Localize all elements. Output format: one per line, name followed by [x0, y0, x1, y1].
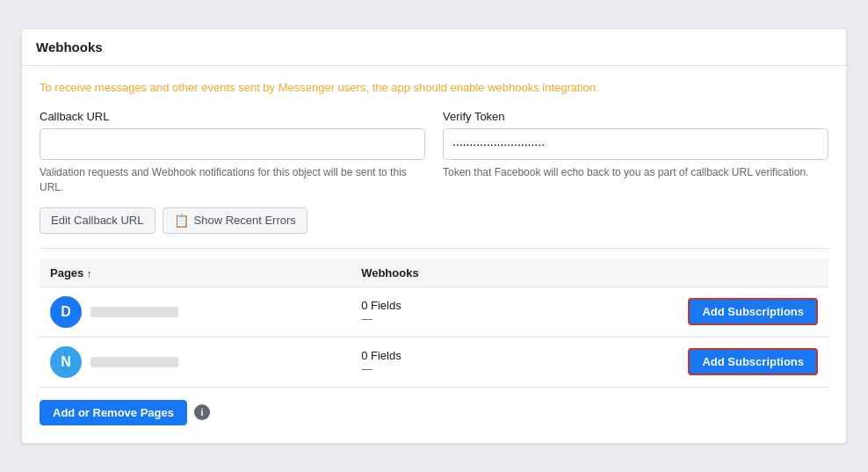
action-buttons-row: Edit Callback URL 📋 Show Recent Errors [40, 207, 828, 249]
avatar: D [50, 296, 82, 328]
page-name-placeholder [90, 307, 178, 317]
avatar: N [50, 346, 82, 378]
verify-token-group: Verify Token Token that Facebook will ec… [443, 110, 828, 195]
show-errors-label: Show Recent Errors [194, 214, 296, 227]
webhooks-cell: 0 Fields — [351, 337, 514, 387]
callback-url-group: Callback URL Validation requests and Web… [40, 110, 425, 195]
callback-url-input[interactable] [40, 128, 425, 160]
col-pages: Pages ↑ [40, 259, 351, 287]
verify-token-label: Verify Token [443, 110, 828, 123]
add-remove-pages-button[interactable]: Add or Remove Pages [40, 400, 187, 425]
table-row: N 0 Fields — Add Subscriptions [40, 337, 828, 387]
pages-table-section: Pages ↑ Webhooks D 0 Fields — Add S [40, 249, 828, 429]
pages-header-label: Pages [50, 266, 83, 280]
form-row: Callback URL Validation requests and Web… [40, 110, 828, 195]
page-name-placeholder [90, 357, 178, 367]
webhook-dash: — [361, 362, 503, 375]
webhook-dash: — [361, 312, 503, 325]
verify-token-input[interactable] [443, 128, 828, 160]
info-icon[interactable]: i [194, 404, 210, 420]
fields-count: 0 Fields [361, 349, 503, 362]
edit-callback-url-button[interactable]: Edit Callback URL [40, 207, 156, 234]
sort-arrow-icon: ↑ [87, 268, 92, 279]
col-actions [515, 259, 828, 287]
add-subscriptions-button[interactable]: Add Subscriptions [688, 298, 818, 325]
card-title: Webhooks [22, 29, 846, 66]
actions-cell: Add Subscriptions [515, 337, 828, 387]
fields-count: 0 Fields [361, 299, 503, 312]
clipboard-icon: 📋 [174, 214, 189, 228]
col-webhooks: Webhooks [351, 259, 514, 287]
webhooks-card: Webhooks To receive messages and other e… [21, 28, 847, 444]
show-recent-errors-button[interactable]: 📋 Show Recent Errors [163, 207, 307, 234]
add-subscriptions-button[interactable]: Add Subscriptions [688, 348, 818, 375]
verify-token-hint: Token that Facebook will echo back to yo… [443, 165, 828, 180]
pages-table: Pages ↑ Webhooks D 0 Fields — Add S [40, 259, 828, 388]
callback-url-label: Callback URL [40, 110, 425, 123]
actions-cell: Add Subscriptions [515, 287, 828, 337]
callback-url-hint: Validation requests and Webhook notifica… [40, 165, 425, 195]
table-row: D 0 Fields — Add Subscriptions [40, 287, 828, 337]
page-cell: D [40, 287, 351, 337]
webhooks-cell: 0 Fields — [351, 287, 514, 337]
info-message: To receive messages and other events sen… [40, 80, 828, 96]
page-cell: N [40, 337, 351, 387]
bottom-row: Add or Remove Pages i [40, 388, 828, 429]
